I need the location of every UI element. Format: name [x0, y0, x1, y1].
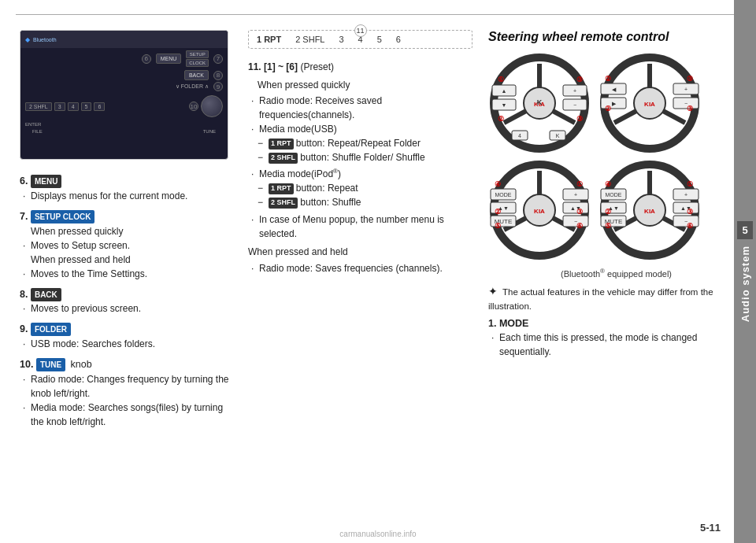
when-held-label: When pressed and held: [248, 245, 472, 260]
svg-text:②: ②: [605, 208, 611, 216]
item-7-when-held: When pressed and held: [31, 253, 232, 267]
svg-line-5: [553, 111, 575, 123]
preset-1: 1 RPT: [257, 35, 281, 44]
svg-text:4: 4: [518, 133, 521, 139]
svg-text:③: ③: [687, 105, 693, 113]
num-label-9: 9: [213, 82, 223, 91]
middle-column: 11 1 RPT 2 SHFL 3 4 5 6 11. [1] ~ [6] (P…: [244, 8, 480, 543]
usb-sub-1: 1 RPT button: Repeat/Repeat Folder: [269, 136, 472, 150]
svg-text:KIA: KIA: [534, 208, 545, 215]
item-7-held-bullet: Moves to the Time Settings.: [31, 267, 232, 281]
svg-text:+: +: [574, 192, 577, 198]
note-symbol: ✦: [488, 285, 498, 297]
svg-text:③: ③: [687, 75, 693, 83]
svg-text:③: ③: [576, 115, 583, 123]
svg-text:⑤: ⑤: [605, 222, 611, 230]
item-10-bullet-1: Radio mode: Changes frequency by turning…: [31, 372, 232, 401]
item-11-header: 11. [1] ~ [6] (Preset): [248, 60, 472, 75]
item-6: 6. MENU Displays menus for the current m…: [20, 174, 232, 203]
radio-illustration: ◆ Bluetooth 6 MENU SETUP CLOCK 7 BACK 8 …: [20, 30, 228, 160]
preset-3: 3: [339, 35, 343, 44]
item-6-bullet: Displays menus for the current mode.: [31, 189, 232, 203]
svg-text:①: ①: [498, 76, 504, 83]
svg-text:③: ③: [576, 208, 583, 216]
held-bullet-radio: Radio mode: Saves frequencies (channels)…: [259, 261, 472, 275]
svg-text:KIA: KIA: [644, 101, 655, 108]
watermark: carmanualsonline.info: [339, 530, 416, 538]
mode-section: 1. MODE Each time this is pressed, the m…: [488, 318, 744, 359]
num-label-7: 7: [213, 54, 223, 64]
item-8: 8. BACK Moves to previous screen.: [20, 287, 232, 316]
svg-text:③: ③: [687, 208, 693, 216]
note-text: ✦ The actual features in the vehicle may…: [488, 283, 744, 313]
right-sidebar: 5 Audio system: [734, 0, 756, 543]
mode-title: 1. MODE: [488, 318, 744, 329]
item-10-bullet-2: Media mode: Searches songs(files) by tur…: [31, 401, 232, 429]
steering-wheel-4: KIA MODE ▲▼ MUTE + ▲▼ − ④: [598, 159, 701, 261]
section-title: Steering wheel remote control: [488, 30, 744, 44]
svg-line-4: [504, 111, 526, 123]
sidebar-label: Audio system: [739, 246, 751, 322]
tune-knob: [201, 95, 223, 117]
svg-text:①: ①: [687, 180, 693, 188]
mode-bullet: Each time this is pressed, the mode is c…: [499, 331, 744, 359]
ipod-label: Media mode(iPod®): [259, 167, 472, 181]
svg-text:KIA: KIA: [644, 208, 655, 215]
page-number: 5-11: [700, 522, 721, 534]
item-10: 10. TUNE knob Radio mode: Changes freque…: [20, 357, 232, 429]
wheel-group-right: KIA ◀ ▶ + − ② ③ ② ③: [598, 52, 701, 261]
svg-text:④: ④: [495, 180, 501, 188]
svg-text:+: +: [684, 192, 687, 198]
popup-note: In case of Menu popup, the number menu i…: [259, 212, 472, 241]
steering-wheel-2: KIA ◀ ▶ + − ② ③ ② ③: [598, 52, 701, 154]
svg-text:⑥: ⑥: [687, 222, 693, 230]
preset-2: 2 SHFL: [295, 35, 324, 44]
quick-bullet-usb: Media mode(USB): [259, 122, 472, 136]
svg-line-51: [614, 111, 636, 123]
preset-circle-11: 11: [354, 24, 367, 37]
num-label-8: 8: [213, 71, 223, 80]
right-column: Steering wheel remote control KIA: [480, 8, 756, 543]
svg-text:K: K: [556, 133, 560, 139]
item-9: 9. FOLDER USB mode: Searches folders.: [20, 322, 232, 351]
preset-5: 5: [377, 35, 382, 44]
svg-text:⑥: ⑥: [576, 222, 583, 230]
wheel-group-left: KIA ▲ ▼ + − ①: [488, 52, 591, 261]
left-text-content: 6. MENU Displays menus for the current m…: [20, 174, 232, 429]
steering-wheels-container: KIA ▲ ▼ + − ①: [488, 52, 744, 261]
preset-bar: 11 1 RPT 2 SHFL 3 4 5 6: [248, 30, 472, 49]
svg-line-52: [663, 111, 685, 123]
item-8-bullet: Moves to previous screen.: [31, 301, 232, 316]
item-9-bullet: USB mode: Searches folders.: [31, 337, 232, 351]
ipod-sub-1: 1 RPT button: Repeat: [269, 181, 472, 195]
menu-btn: MENU: [156, 54, 182, 64]
svg-text:K: K: [537, 98, 543, 106]
item-7-when-quick: When pressed quickly: [31, 224, 232, 238]
svg-text:③: ③: [576, 76, 583, 83]
left-column: ◆ Bluetooth 6 MENU SETUP CLOCK 7 BACK 8 …: [0, 8, 244, 543]
item-7-quick-bullet: Moves to Setup screen.: [31, 238, 232, 253]
svg-text:②: ②: [498, 115, 504, 123]
svg-text:⑤: ⑤: [495, 222, 501, 230]
when-quick-label: When pressed quickly: [258, 78, 472, 93]
svg-text:②: ②: [605, 105, 611, 113]
steering-wheel-1: KIA ▲ ▼ + − ①: [488, 52, 591, 154]
num-label-10: 10: [189, 102, 198, 111]
usb-sub-2: 2 SHFL button: Shuffle Folder/ Shuffle: [269, 150, 472, 164]
quick-bullet-radio: Radio mode: Receives saved frequencies(c…: [259, 94, 472, 122]
sidebar-number: 5: [737, 221, 752, 239]
svg-text:②: ②: [605, 75, 611, 83]
bluetooth-caption: (Bluetooth® equipped model): [488, 268, 744, 279]
svg-text:MODE: MODE: [495, 192, 512, 198]
item-7: 7. SETUP CLOCK When pressed quickly Move…: [20, 209, 232, 281]
svg-text:①: ①: [576, 180, 583, 188]
svg-text:+: +: [684, 87, 687, 92]
svg-text:▲: ▲: [502, 88, 507, 94]
svg-text:MODE: MODE: [606, 192, 622, 198]
svg-text:▼: ▼: [502, 102, 507, 108]
svg-text:+: +: [573, 88, 576, 94]
bluetooth-icon: ◆: [25, 36, 30, 43]
middle-text-content: 11. [1] ~ [6] (Preset) When pressed quic…: [248, 60, 472, 275]
num-label-6: 6: [142, 54, 151, 64]
svg-text:④: ④: [605, 180, 611, 188]
